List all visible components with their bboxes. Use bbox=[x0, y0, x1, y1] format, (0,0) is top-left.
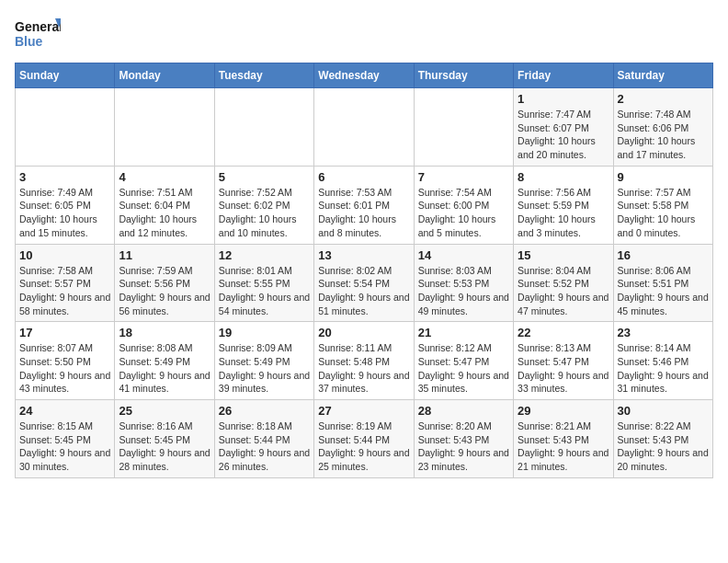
week-row-4: 24Sunrise: 8:15 AM Sunset: 5:45 PM Dayli… bbox=[16, 400, 713, 478]
calendar-cell: 30Sunrise: 8:22 AM Sunset: 5:43 PM Dayli… bbox=[613, 400, 712, 478]
day-info: Sunrise: 7:56 AM Sunset: 5:59 PM Dayligh… bbox=[518, 186, 609, 240]
day-number: 10 bbox=[19, 248, 110, 262]
day-info: Sunrise: 7:59 AM Sunset: 5:56 PM Dayligh… bbox=[119, 264, 210, 318]
weekday-tuesday: Tuesday bbox=[214, 63, 313, 88]
week-row-0: 1Sunrise: 7:47 AM Sunset: 6:07 PM Daylig… bbox=[16, 88, 713, 167]
weekday-sunday: Sunday bbox=[16, 63, 115, 88]
calendar-cell: 24Sunrise: 8:15 AM Sunset: 5:45 PM Dayli… bbox=[16, 400, 115, 478]
calendar-cell: 4Sunrise: 7:51 AM Sunset: 6:04 PM Daylig… bbox=[115, 166, 214, 244]
day-number: 28 bbox=[418, 404, 509, 418]
weekday-header-row: SundayMondayTuesdayWednesdayThursdayFrid… bbox=[16, 63, 713, 88]
calendar-cell: 26Sunrise: 8:18 AM Sunset: 5:44 PM Dayli… bbox=[214, 400, 313, 478]
day-info: Sunrise: 8:13 AM Sunset: 5:47 PM Dayligh… bbox=[518, 341, 609, 396]
calendar-cell: 23Sunrise: 8:14 AM Sunset: 5:46 PM Dayli… bbox=[613, 322, 712, 400]
day-number: 20 bbox=[318, 326, 409, 339]
calendar-cell bbox=[314, 88, 414, 167]
week-row-3: 17Sunrise: 8:07 AM Sunset: 5:50 PM Dayli… bbox=[16, 322, 713, 400]
day-number: 18 bbox=[119, 326, 210, 339]
weekday-thursday: Thursday bbox=[414, 63, 513, 88]
calendar-cell: 6Sunrise: 7:53 AM Sunset: 6:01 PM Daylig… bbox=[314, 166, 414, 244]
calendar-cell: 16Sunrise: 8:06 AM Sunset: 5:51 PM Dayli… bbox=[613, 244, 712, 322]
calendar-cell: 29Sunrise: 8:21 AM Sunset: 5:43 PM Dayli… bbox=[514, 400, 613, 478]
day-info: Sunrise: 8:08 AM Sunset: 5:49 PM Dayligh… bbox=[119, 341, 210, 396]
calendar-cell: 28Sunrise: 8:20 AM Sunset: 5:43 PM Dayli… bbox=[414, 400, 513, 478]
calendar-cell: 14Sunrise: 8:03 AM Sunset: 5:53 PM Dayli… bbox=[414, 244, 513, 322]
calendar-cell: 13Sunrise: 8:02 AM Sunset: 5:54 PM Dayli… bbox=[314, 244, 414, 322]
day-number: 19 bbox=[219, 326, 310, 339]
calendar-cell: 2Sunrise: 7:48 AM Sunset: 6:06 PM Daylig… bbox=[613, 88, 712, 167]
day-number: 2 bbox=[618, 92, 709, 106]
day-number: 8 bbox=[518, 170, 609, 184]
day-number: 27 bbox=[318, 404, 409, 418]
calendar-cell: 18Sunrise: 8:08 AM Sunset: 5:49 PM Dayli… bbox=[115, 322, 214, 400]
day-info: Sunrise: 7:48 AM Sunset: 6:06 PM Dayligh… bbox=[618, 108, 709, 162]
day-info: Sunrise: 8:03 AM Sunset: 5:53 PM Dayligh… bbox=[418, 264, 509, 318]
calendar-cell bbox=[414, 88, 513, 167]
day-info: Sunrise: 8:06 AM Sunset: 5:51 PM Dayligh… bbox=[618, 264, 709, 318]
day-number: 5 bbox=[219, 170, 310, 184]
day-number: 24 bbox=[19, 404, 110, 418]
calendar-cell: 27Sunrise: 8:19 AM Sunset: 5:44 PM Dayli… bbox=[314, 400, 414, 478]
day-info: Sunrise: 8:01 AM Sunset: 5:55 PM Dayligh… bbox=[219, 264, 310, 318]
week-row-1: 3Sunrise: 7:49 AM Sunset: 6:05 PM Daylig… bbox=[16, 166, 713, 244]
day-number: 30 bbox=[618, 404, 709, 418]
calendar-cell bbox=[115, 88, 214, 167]
day-info: Sunrise: 8:20 AM Sunset: 5:43 PM Dayligh… bbox=[418, 419, 509, 474]
day-info: Sunrise: 7:57 AM Sunset: 5:58 PM Dayligh… bbox=[618, 186, 709, 240]
day-number: 26 bbox=[219, 404, 310, 418]
day-number: 7 bbox=[418, 170, 509, 184]
day-number: 6 bbox=[318, 170, 409, 184]
day-info: Sunrise: 8:11 AM Sunset: 5:48 PM Dayligh… bbox=[318, 341, 409, 396]
weekday-saturday: Saturday bbox=[613, 63, 712, 88]
day-number: 14 bbox=[418, 248, 509, 262]
day-number: 3 bbox=[19, 170, 110, 184]
day-info: Sunrise: 8:15 AM Sunset: 5:45 PM Dayligh… bbox=[19, 419, 110, 474]
day-number: 25 bbox=[119, 404, 210, 418]
calendar-cell: 17Sunrise: 8:07 AM Sunset: 5:50 PM Dayli… bbox=[16, 322, 115, 400]
day-info: Sunrise: 7:49 AM Sunset: 6:05 PM Dayligh… bbox=[19, 186, 110, 240]
day-info: Sunrise: 8:21 AM Sunset: 5:43 PM Dayligh… bbox=[518, 419, 609, 474]
calendar-cell: 25Sunrise: 8:16 AM Sunset: 5:45 PM Dayli… bbox=[115, 400, 214, 478]
day-info: Sunrise: 7:54 AM Sunset: 6:00 PM Dayligh… bbox=[418, 186, 509, 240]
day-info: Sunrise: 7:47 AM Sunset: 6:07 PM Dayligh… bbox=[518, 108, 609, 162]
day-info: Sunrise: 8:14 AM Sunset: 5:46 PM Dayligh… bbox=[618, 341, 709, 396]
day-info: Sunrise: 8:19 AM Sunset: 5:44 PM Dayligh… bbox=[318, 419, 409, 474]
calendar-cell: 21Sunrise: 8:12 AM Sunset: 5:47 PM Dayli… bbox=[414, 322, 513, 400]
week-row-2: 10Sunrise: 7:58 AM Sunset: 5:57 PM Dayli… bbox=[16, 244, 713, 322]
day-info: Sunrise: 7:58 AM Sunset: 5:57 PM Dayligh… bbox=[19, 264, 110, 318]
day-number: 13 bbox=[318, 248, 409, 262]
calendar-cell: 11Sunrise: 7:59 AM Sunset: 5:56 PM Dayli… bbox=[115, 244, 214, 322]
day-number: 9 bbox=[618, 170, 709, 184]
day-number: 16 bbox=[618, 248, 709, 262]
calendar-cell bbox=[16, 88, 115, 167]
logo: General Blue bbox=[15, 15, 61, 55]
calendar-header: SundayMondayTuesdayWednesdayThursdayFrid… bbox=[16, 63, 713, 88]
day-number: 1 bbox=[518, 92, 609, 106]
calendar-cell: 10Sunrise: 7:58 AM Sunset: 5:57 PM Dayli… bbox=[16, 244, 115, 322]
day-info: Sunrise: 8:02 AM Sunset: 5:54 PM Dayligh… bbox=[318, 264, 409, 318]
logo-svg: General Blue bbox=[15, 15, 61, 55]
calendar-cell: 15Sunrise: 8:04 AM Sunset: 5:52 PM Dayli… bbox=[514, 244, 613, 322]
calendar-table: SundayMondayTuesdayWednesdayThursdayFrid… bbox=[15, 63, 713, 478]
day-info: Sunrise: 8:18 AM Sunset: 5:44 PM Dayligh… bbox=[219, 419, 310, 474]
weekday-monday: Monday bbox=[115, 63, 214, 88]
day-number: 11 bbox=[119, 248, 210, 262]
day-number: 23 bbox=[618, 326, 709, 339]
day-info: Sunrise: 8:12 AM Sunset: 5:47 PM Dayligh… bbox=[418, 341, 509, 396]
day-info: Sunrise: 7:53 AM Sunset: 6:01 PM Dayligh… bbox=[318, 186, 409, 240]
calendar-cell: 5Sunrise: 7:52 AM Sunset: 6:02 PM Daylig… bbox=[214, 166, 313, 244]
day-number: 12 bbox=[219, 248, 310, 262]
day-number: 4 bbox=[119, 170, 210, 184]
calendar-cell: 22Sunrise: 8:13 AM Sunset: 5:47 PM Dayli… bbox=[514, 322, 613, 400]
weekday-wednesday: Wednesday bbox=[314, 63, 414, 88]
day-info: Sunrise: 8:07 AM Sunset: 5:50 PM Dayligh… bbox=[19, 341, 110, 396]
calendar-cell: 3Sunrise: 7:49 AM Sunset: 6:05 PM Daylig… bbox=[16, 166, 115, 244]
day-info: Sunrise: 8:22 AM Sunset: 5:43 PM Dayligh… bbox=[618, 419, 709, 474]
calendar-cell: 1Sunrise: 7:47 AM Sunset: 6:07 PM Daylig… bbox=[514, 88, 613, 167]
weekday-friday: Friday bbox=[514, 63, 613, 88]
calendar-cell bbox=[214, 88, 313, 167]
calendar-cell: 9Sunrise: 7:57 AM Sunset: 5:58 PM Daylig… bbox=[613, 166, 712, 244]
day-info: Sunrise: 7:51 AM Sunset: 6:04 PM Dayligh… bbox=[119, 186, 210, 240]
calendar-cell: 19Sunrise: 8:09 AM Sunset: 5:49 PM Dayli… bbox=[214, 322, 313, 400]
day-number: 21 bbox=[418, 326, 509, 339]
